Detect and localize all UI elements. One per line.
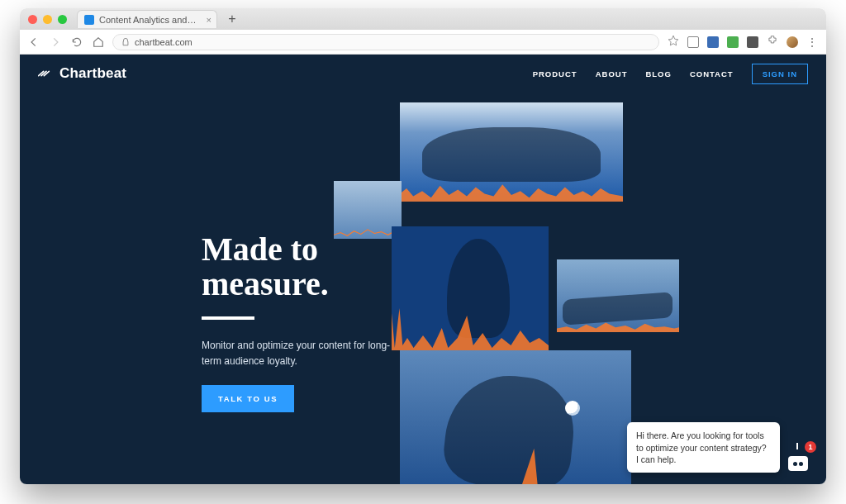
extension-icon[interactable] [687, 36, 699, 48]
profile-avatar[interactable] [787, 36, 798, 48]
browser-window: Content Analytics and Insights × + chart… [20, 8, 826, 484]
forward-button[interactable] [50, 36, 61, 48]
sign-in-button[interactable]: SIGN IN [752, 64, 808, 84]
kebab-menu-icon[interactable]: ⋮ [806, 36, 818, 48]
address-bar[interactable]: chartbeat.com [112, 34, 659, 50]
primary-nav: PRODUCT ABOUT BLOG CONTACT SIGN IN [533, 64, 808, 84]
extension-icon[interactable] [747, 36, 758, 48]
close-window-button[interactable] [28, 15, 37, 24]
nav-buttons [28, 36, 104, 48]
site-header: Chartbeat PRODUCT ABOUT BLOG CONTACT SIG… [20, 55, 826, 93]
extension-icon[interactable] [707, 36, 719, 48]
extension-puzzle-icon[interactable] [767, 35, 778, 50]
tab-favicon [84, 15, 94, 25]
minimize-window-button[interactable] [43, 15, 52, 24]
reload-button[interactable] [71, 36, 83, 48]
extension-icon[interactable] [727, 36, 739, 48]
collage-tile-road [557, 259, 679, 332]
chat-widget[interactable]: Hi there. Are you looking for tools to o… [627, 422, 811, 473]
soccer-ball [565, 401, 580, 416]
collage-tile-crowd [400, 102, 623, 202]
toolbar-extensions: ⋮ [668, 35, 818, 50]
nav-product[interactable]: PRODUCT [533, 69, 577, 78]
maximize-window-button[interactable] [58, 15, 67, 24]
window-titlebar: Content Analytics and Insights × + [20, 8, 826, 30]
chat-bot-icon[interactable]: 1 [787, 448, 811, 473]
chat-badge: 1 [805, 441, 816, 453]
brand-name: Chartbeat [59, 65, 126, 82]
page-body: Chartbeat PRODUCT ABOUT BLOG CONTACT SIG… [20, 55, 826, 484]
talk-to-us-button[interactable]: TALK TO US [202, 385, 294, 412]
tab-title: Content Analytics and Insights [99, 15, 198, 25]
nav-about[interactable]: ABOUT [596, 69, 628, 78]
new-tab-button[interactable]: + [224, 11, 240, 27]
logo-icon [38, 68, 55, 79]
home-button[interactable] [93, 36, 104, 48]
chat-message: Hi there. Are you looking for tools to o… [636, 430, 767, 464]
url-text: chartbeat.com [135, 37, 192, 47]
nav-contact[interactable]: CONTACT [690, 69, 734, 78]
star-icon[interactable] [668, 35, 679, 50]
browser-tab[interactable]: Content Analytics and Insights × [77, 10, 217, 28]
window-controls [28, 15, 67, 24]
nav-blog[interactable]: BLOG [645, 69, 671, 78]
tab-close-icon[interactable]: × [207, 15, 212, 25]
browser-toolbar: chartbeat.com ⋮ [20, 30, 826, 55]
collage-tile-soccer [400, 350, 631, 484]
collage-tile-performer [392, 226, 549, 350]
brand-logo[interactable]: Chartbeat [38, 65, 126, 82]
headline-rule [202, 316, 254, 320]
lock-icon [121, 38, 130, 46]
chat-bubble[interactable]: Hi there. Are you looking for tools to o… [627, 422, 780, 473]
back-button[interactable] [28, 36, 40, 48]
